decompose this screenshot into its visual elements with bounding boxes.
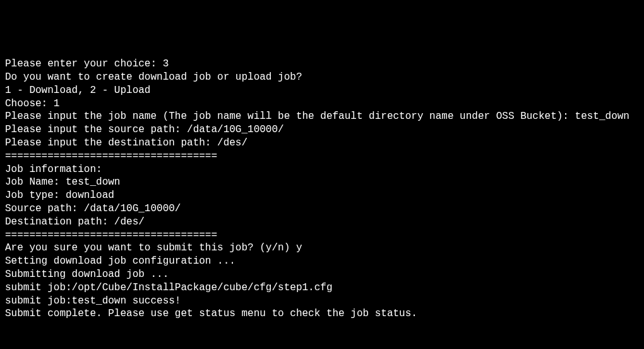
terminal-line: submit job:test_down success! bbox=[5, 295, 639, 308]
terminal-line: Please input the job name (The job name … bbox=[5, 110, 639, 123]
terminal-output[interactable]: Please enter your choice: 3Do you want t… bbox=[5, 58, 639, 321]
terminal-line: Please input the source path: /data/10G_… bbox=[5, 123, 639, 137]
terminal-line: Job information: bbox=[5, 163, 639, 176]
terminal-line: Source path: /data/10G_10000/ bbox=[5, 202, 639, 216]
terminal-line: Job type: download bbox=[5, 189, 639, 202]
terminal-line: Please input the destination path: /des/ bbox=[5, 137, 639, 150]
terminal-line: Submit complete. Please use get status m… bbox=[5, 307, 639, 321]
terminal-line: 1 - Download, 2 - Upload bbox=[5, 84, 639, 97]
terminal-line: Choose: 1 bbox=[5, 97, 639, 111]
terminal-line: Setting download job configuration ... bbox=[5, 255, 639, 268]
terminal-line: Destination path: /des/ bbox=[5, 216, 639, 229]
terminal-line: Please enter your choice: 3 bbox=[5, 58, 639, 71]
terminal-line: Do you want to create download job or up… bbox=[5, 71, 639, 84]
terminal-line: Submitting download job ... bbox=[5, 268, 639, 281]
terminal-line: =================================== bbox=[5, 229, 639, 242]
terminal-line: Job Name: test_down bbox=[5, 176, 639, 189]
terminal-line: submit job:/opt/Cube/InstallPackage/cube… bbox=[5, 281, 639, 295]
terminal-line: =================================== bbox=[5, 150, 639, 163]
terminal-line: Are you sure you want to submit this job… bbox=[5, 242, 639, 255]
